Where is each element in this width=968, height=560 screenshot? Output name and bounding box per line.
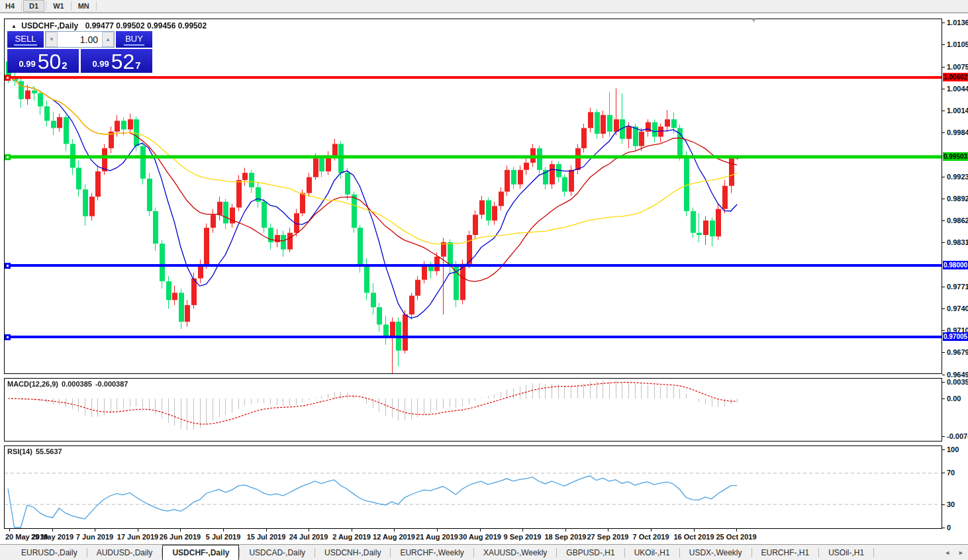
symbol-tab-ukoil[interactable]: UKOil-,H1 [625,545,679,560]
tabs-scroll-right-icon[interactable]: ► [958,549,964,556]
rsi-canvas [5,446,942,528]
axis-tick-mark [942,449,945,450]
price-axis-label: 0.97710 [947,283,968,291]
date-label: 16 Oct 2019 [673,533,714,541]
macd-label: MACD(12,26,9)0.000385-0.000387 [7,380,128,388]
price-level-badge: 1.00602 [943,73,968,81]
rsi-label: RSI(14)55.5637 [7,447,62,455]
date-tick-mark [180,529,181,532]
date-label: 5 Jul 2019 [206,533,241,541]
chart-title: ▲ USDCHF-,Daily 0.99477 0.99502 0.99456 … [11,21,207,30]
price-axis-label: 1.00750 [947,63,968,71]
macd-indicator-panel[interactable]: MACD(12,26,9)0.000385-0.000387 [4,378,942,442]
price-axis-label: 0.98315 [947,238,968,246]
axis-tick-mark [942,436,945,437]
date-tick-mark [608,529,608,532]
rsi-axis-label: 100 [947,445,959,453]
axis-tick-mark [942,398,945,399]
axis-tick-mark [942,352,945,353]
axis-tick-mark [942,67,945,68]
symbol-tab-gbpusd[interactable]: GBPUSD-,H1 [557,545,624,560]
timeframe-button-h4[interactable]: H4 [0,0,20,12]
date-tick-mark [522,529,523,532]
axis-tick-mark [942,308,945,309]
buy-price-display[interactable]: 0.99527 [81,49,152,73]
symbol-tab-eurchf[interactable]: EURCHF-,Weekly [391,545,473,560]
axis-tick-mark [942,375,945,375]
date-label: 2 Aug 2019 [332,533,371,541]
axis-tick-mark [942,177,945,177]
price-axis-label: 1.00140 [947,107,968,115]
axis-tick-mark [942,330,945,331]
date-label: 12 Aug 2019 [373,533,415,541]
symbol-tab-usdx[interactable]: USDX-,Weekly [680,545,751,560]
date-label: 17 Jun 2019 [117,533,158,541]
axis-tick-mark [942,23,945,23]
buy-button[interactable]: BUY [116,31,152,48]
symbol-tab-usdcnh[interactable]: USDCNH-,Daily [315,545,390,560]
date-label: 26 Jun 2019 [160,533,201,541]
price-axis-label: 0.97405 [947,304,968,312]
price-chart-panel[interactable]: ▲ USDCHF-,Daily 0.99477 0.99502 0.99456 … [4,19,942,374]
axis-tick-mark [942,132,945,133]
date-tick-mark [266,529,267,532]
axis-tick-mark [942,242,945,243]
price-axis[interactable]: 1.013601.010551.007501.004451.001400.998… [942,13,968,545]
date-tick-mark [480,529,481,532]
volume-increase-button[interactable]: ▲ [102,32,114,47]
price-axis-label: 1.01360 [947,19,968,26]
date-tick-mark [394,529,395,532]
tabs-scroll-left-icon[interactable]: ◄ [944,549,950,556]
date-label: 24 Jul 2019 [289,533,328,541]
sell-button[interactable]: SELL [7,31,44,48]
symbol-tab-audusd[interactable]: AUDUSD-,Daily [87,545,162,560]
date-label: 7 Oct 2019 [632,533,669,541]
symbol-tab-usdchf[interactable]: USDCHF-,Daily [162,545,239,560]
axis-tick-mark [942,382,945,383]
volume-input[interactable] [58,32,102,47]
chart-window: ▲ USDCHF-,Daily 0.99477 0.99502 0.99456 … [0,13,968,544]
date-tick-mark [565,529,566,532]
volume-decrease-button[interactable]: ▼ [46,32,58,47]
rsi-indicator-panel[interactable]: RSI(14)55.5637 [4,445,942,529]
timeframe-button-d1[interactable]: D1 [23,0,44,12]
date-label: 7 Jun 2019 [76,533,113,541]
axis-tick-mark [942,111,945,111]
symbol-tab-eurusd[interactable]: EURUSD-,Daily [12,545,87,560]
collapse-triangle-icon[interactable]: ▲ [11,23,17,29]
price-axis-label: 0.98925 [947,195,968,203]
tab-separator [873,548,874,557]
symbol-tab-eurchf[interactable]: EURCHF-,H1 [752,545,819,560]
date-label: 25 Oct 2019 [716,533,756,541]
date-tick-mark [651,529,652,532]
macd-axis-label: 0.003574 [947,378,968,386]
quick-nav-icon[interactable]: ▼ [751,17,757,24]
date-tick-mark [9,529,10,532]
price-level-badge: 0.97005 [943,332,968,341]
symbol-tab-usdcad[interactable]: USDCAD-,Daily [240,545,315,560]
symbol-tab-bar: EURUSD-,DailyAUDUSD-,DailyUSDCHF-,DailyU… [0,544,968,560]
date-tick-mark [223,529,224,532]
symbol-tab-usoil[interactable]: USOil-,H1 [819,545,873,560]
timeframe-button-w1[interactable]: W1 [48,0,70,12]
symbol-tab-xauusd[interactable]: XAUUSD-,Weekly [474,545,556,560]
date-axis[interactable]: 20 May 201929 May 20197 Jun 201917 Jun 2… [4,529,942,545]
price-axis-label: 1.01055 [947,40,968,48]
date-label: 15 Jul 2019 [247,533,286,541]
axis-tick-mark [942,473,945,473]
price-axis-label: 0.99230 [947,173,968,181]
volume-spinner: ▼ ▲ [45,31,115,48]
timeframe-button-mn[interactable]: MN [73,0,95,12]
date-label: 9 Sep 2019 [504,533,542,541]
price-axis-label: 0.99840 [947,128,968,136]
axis-tick-mark [942,504,945,505]
rsi-axis-label: 0 [947,524,951,532]
date-label: 30 Aug 2019 [459,533,501,541]
price-axis-label: 1.00445 [947,85,968,93]
date-tick-mark [352,529,352,532]
date-tick-mark [95,529,95,532]
sell-price-display[interactable]: 0.99502 [7,49,79,73]
price-axis-label: 0.96795 [947,348,968,356]
axis-tick-mark [942,199,945,199]
axis-tick-mark [942,528,945,528]
